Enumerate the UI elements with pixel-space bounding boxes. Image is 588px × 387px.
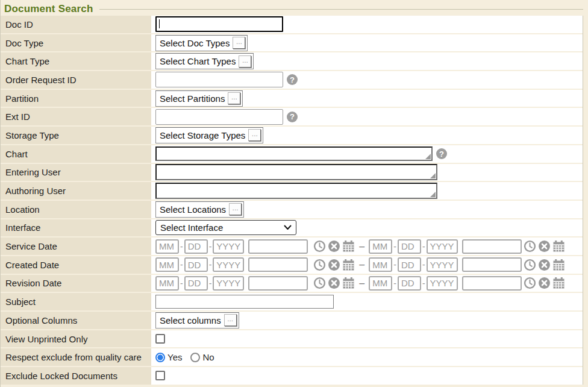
revision-to-day-input[interactable] [398,276,421,291]
label-partition: Partition [1,90,151,107]
revision-from-day-input[interactable] [184,276,208,291]
interface-select[interactable]: Select Interface [155,220,296,235]
quality-care-radio-no[interactable] [190,353,200,362]
chart-type-more-button[interactable]: ... [239,55,251,68]
created-to-time-input[interactable] [462,257,522,272]
created-from-day-input[interactable] [184,257,208,272]
created-from-month-input[interactable] [155,257,179,272]
location-picker[interactable]: Select Locations ... [155,201,244,218]
date-separator: - [209,260,212,269]
clear-icon[interactable] [328,277,340,289]
quality-care-radio-yes[interactable] [155,353,165,362]
view-unprinted-only-checkbox[interactable] [155,334,165,344]
clock-icon[interactable] [313,277,326,289]
revision-to-month-input[interactable] [369,276,392,291]
value-interface: Select Interface [151,219,583,237]
revision-date-range: - - – - - [155,276,565,291]
value-location: Select Locations ... [151,201,583,218]
service-from-month-input[interactable] [155,239,179,254]
doc-type-more-button[interactable]: ... [233,37,245,49]
doc-type-picker[interactable]: Select Doc Types ... [155,35,248,51]
clock-icon[interactable] [524,240,536,253]
optional-columns-more-button[interactable]: ... [224,314,237,326]
value-created-date: - - – - - [151,256,583,274]
created-to-year-input[interactable] [427,257,458,272]
optional-columns-picker[interactable]: Select columns ... [155,312,239,329]
label-respect-exclude-quality-care: Respect exclude from quality care [1,348,151,366]
created-from-time-input[interactable] [248,257,308,272]
doc-type-picker-text: Select Doc Types [160,38,230,48]
date-separator: - [393,260,396,269]
chevron-down-icon [284,225,292,230]
range-separator: – [359,278,364,289]
revision-from-month-input[interactable] [155,276,179,291]
label-exclude-locked-documents: Exclude Locked Documents [1,367,151,385]
chart-type-picker[interactable]: Select Chart Types ... [155,53,254,69]
revision-to-time-input[interactable] [462,276,522,291]
clear-icon[interactable] [538,259,551,271]
ext-id-input[interactable] [155,109,283,125]
value-optional-columns: Select columns ... [151,312,583,329]
date-separator: - [209,242,212,251]
revision-from-year-input[interactable] [213,276,244,291]
revision-to-year-input[interactable] [427,276,458,291]
date-separator: - [393,278,396,288]
service-from-time-input[interactable] [248,239,308,254]
resize-grip-icon[interactable] [430,173,436,178]
clock-icon[interactable] [524,259,536,271]
clear-icon[interactable] [538,277,551,289]
panel-header: Document Search [1,2,588,16]
calendar-icon[interactable] [552,240,565,253]
label-order-request-id: Order Request ID [1,71,151,89]
created-from-year-input[interactable] [213,257,244,272]
clock-icon[interactable] [313,259,326,271]
value-respect-exclude-quality-care: Yes No [151,348,583,366]
created-to-day-input[interactable] [398,257,421,272]
help-icon[interactable]: ? [436,148,447,159]
clock-icon[interactable] [313,240,326,253]
entering-user-textarea[interactable] [155,164,437,180]
doc-id-input[interactable] [155,16,283,32]
service-from-day-input[interactable] [184,239,208,254]
calendar-icon[interactable] [342,240,355,253]
clear-icon[interactable] [328,240,340,253]
label-chart-type: Chart Type [1,52,151,70]
exclude-locked-documents-checkbox[interactable] [155,371,165,380]
resize-grip-icon[interactable] [425,154,431,159]
quality-care-radio-yes-label: Yes [167,352,182,362]
revision-from-time-input[interactable] [248,276,308,291]
subject-input[interactable] [155,295,334,309]
chart-textarea[interactable] [155,146,433,161]
clear-icon[interactable] [538,240,551,253]
date-separator: - [422,278,425,288]
help-icon[interactable]: ? [287,74,298,85]
value-exclude-locked-documents [151,367,583,385]
storage-type-more-button[interactable]: ... [248,129,261,141]
document-search-panel: Document Search Doc ID Doc Type Select D… [0,0,588,387]
storage-type-picker[interactable]: Select Storage Types ... [155,127,263,143]
calendar-icon[interactable] [552,259,565,271]
order-request-id-input[interactable] [155,72,283,87]
label-optional-columns: Optional Columns [1,312,151,329]
calendar-icon[interactable] [342,259,355,271]
storage-type-picker-text: Select Storage Types [160,130,245,140]
calendar-icon[interactable] [552,277,565,289]
service-to-day-input[interactable] [398,239,421,254]
created-to-month-input[interactable] [369,257,392,272]
value-chart: ? [151,145,583,163]
partition-picker[interactable]: Select Partitions ... [155,90,243,107]
service-to-month-input[interactable] [369,239,392,254]
service-to-year-input[interactable] [427,239,458,254]
clock-icon[interactable] [524,277,536,289]
label-authoring-user: Authoring User [1,182,151,200]
help-icon[interactable]: ? [287,112,298,122]
page-title: Document Search [4,3,93,15]
location-more-button[interactable]: ... [229,203,242,215]
resize-grip-icon[interactable] [430,192,436,197]
partition-more-button[interactable]: ... [228,92,240,104]
authoring-user-textarea[interactable] [155,183,437,199]
service-from-year-input[interactable] [213,239,244,254]
clear-icon[interactable] [328,259,340,271]
service-to-time-input[interactable] [462,239,522,254]
calendar-icon[interactable] [342,277,355,289]
